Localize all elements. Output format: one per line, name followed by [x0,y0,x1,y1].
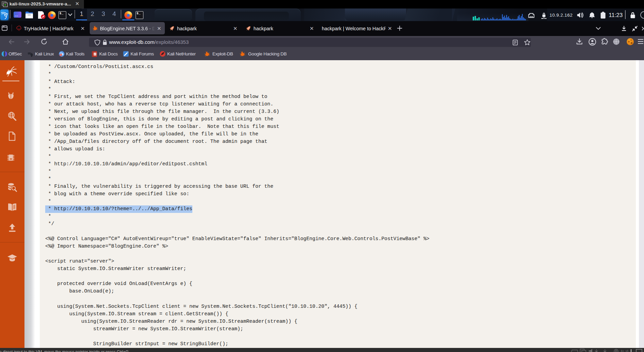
svg-text:π: π [60,54,62,56]
